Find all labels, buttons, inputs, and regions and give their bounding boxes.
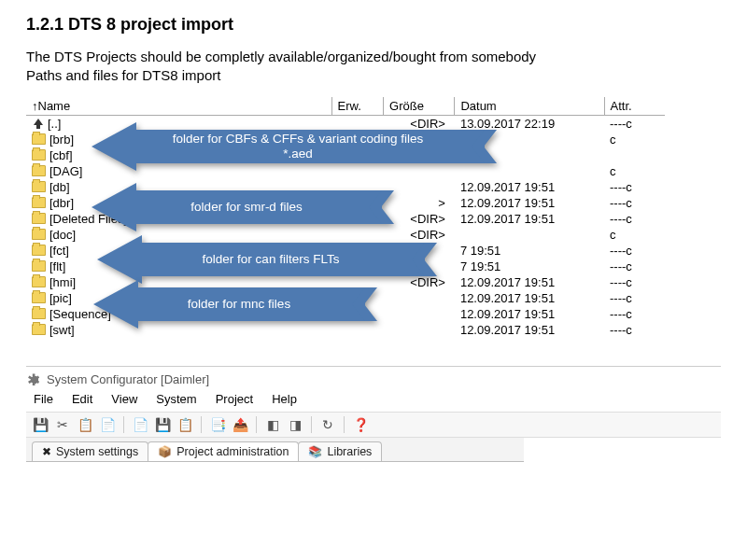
description-line2: Paths and files for DTS8 import xyxy=(26,67,220,83)
tab-icon: ✖ xyxy=(42,445,51,458)
tab-strip: ✖System settings📦Project administration📚… xyxy=(26,438,524,462)
row-date: 7 19:51 xyxy=(455,243,604,259)
row-date: 12.09.2017 19:51 xyxy=(455,274,604,290)
app-title-text: System Configurator [Daimler] xyxy=(47,372,209,386)
callout-arrow: folder for CBFs & CFFs & variant coding … xyxy=(92,122,484,171)
menu-item-file[interactable]: File xyxy=(34,392,53,406)
toolbar-button[interactable]: ❓ xyxy=(350,415,371,434)
tab-system-settings[interactable]: ✖System settings xyxy=(32,441,148,461)
callout-text: folder for smr-d files xyxy=(136,190,357,224)
menu-item-help[interactable]: Help xyxy=(272,392,297,406)
file-listing-wrap: ↑Name Erw. Größe Datum Attr. [..]<DIR>13… xyxy=(26,97,721,338)
folder-icon xyxy=(32,181,46,192)
toolbar-button[interactable]: ↻ xyxy=(317,415,338,434)
row-date: 12.09.2017 19:51 xyxy=(455,195,604,211)
folder-icon xyxy=(32,229,46,240)
row-name: [fct] xyxy=(49,244,69,258)
row-attr: c xyxy=(604,227,665,243)
folder-icon xyxy=(32,213,46,224)
row-size xyxy=(384,306,455,322)
col-name[interactable]: ↑Name xyxy=(26,97,331,116)
row-name: [pic] xyxy=(49,291,72,305)
gear-icon xyxy=(28,373,41,386)
folder-icon xyxy=(32,197,46,208)
row-date: 12.09.2017 19:51 xyxy=(455,211,604,227)
row-attr: c xyxy=(604,163,665,179)
menu-item-project[interactable]: Project xyxy=(216,392,253,406)
toolbar-separator xyxy=(311,416,312,433)
row-name: [doc] xyxy=(49,228,76,242)
toolbar-button[interactable]: 📄 xyxy=(130,415,150,434)
row-date: 12.09.2017 19:51 xyxy=(455,290,604,306)
row-date: 12.09.2017 19:51 xyxy=(455,322,604,338)
toolbar-button[interactable]: ◧ xyxy=(262,415,283,434)
menu-item-edit[interactable]: Edit xyxy=(72,392,92,406)
tab-label: System settings xyxy=(56,445,138,458)
row-name: [dbr] xyxy=(49,196,74,210)
app-window: System Configurator [Daimler] FileEditVi… xyxy=(26,366,721,462)
row-name: [..] xyxy=(48,117,61,131)
row-attr: ----c xyxy=(604,306,665,322)
row-attr: ----c xyxy=(604,259,665,274)
row-attr: ----c xyxy=(604,211,665,227)
row-date: 7 19:51 xyxy=(455,259,604,274)
row-attr: ----c xyxy=(604,274,665,290)
toolbar-button[interactable]: 💾 xyxy=(30,415,50,434)
menu-item-system[interactable]: System xyxy=(156,392,196,406)
callout-arrow: folder for smr-d files xyxy=(92,183,381,231)
row-attr xyxy=(604,147,665,163)
row-attr: ----c xyxy=(604,179,665,195)
menubar: FileEditViewSystemProjectHelp xyxy=(26,390,721,412)
up-arrow-icon xyxy=(32,119,44,129)
row-date: 12.09.2017 19:51 xyxy=(455,306,604,322)
row-name: [DAG] xyxy=(49,164,82,178)
col-erw[interactable]: Erw. xyxy=(331,97,383,116)
toolbar-separator xyxy=(256,416,257,433)
toolbar-button[interactable]: 📤 xyxy=(230,415,250,434)
description-line1: The DTS Projects should be completly ava… xyxy=(26,49,536,64)
row-attr: ----c xyxy=(604,116,665,133)
toolbar-separator xyxy=(123,416,124,433)
toolbar-button[interactable]: ✂ xyxy=(52,415,73,434)
toolbar-button[interactable]: 📋 xyxy=(175,415,195,434)
col-groesse[interactable]: Größe xyxy=(384,97,455,116)
app-titlebar: System Configurator [Daimler] xyxy=(26,367,721,390)
col-datum[interactable]: Datum xyxy=(455,97,604,116)
folder-icon xyxy=(32,133,46,145)
folder-icon xyxy=(32,308,46,319)
row-name: [swt] xyxy=(49,323,75,337)
row-attr: ----c xyxy=(604,195,665,211)
toolbar-button[interactable]: 📄 xyxy=(97,415,118,434)
toolbar-button[interactable]: 📑 xyxy=(207,415,228,434)
folder-icon xyxy=(32,324,46,335)
toolbar-button[interactable]: 💾 xyxy=(152,415,173,434)
row-attr: ----c xyxy=(604,243,665,259)
toolbar-button[interactable]: 📋 xyxy=(75,415,95,434)
row-date xyxy=(455,227,604,243)
tab-libraries[interactable]: 📚Libraries xyxy=(298,441,382,461)
toolbar-button[interactable]: ◨ xyxy=(285,415,305,434)
callout-arrow: folder for mnc files xyxy=(93,280,364,329)
row-name: [cbf] xyxy=(49,148,73,162)
row-name: [brb] xyxy=(49,133,74,147)
menu-item-view[interactable]: View xyxy=(111,392,137,406)
folder-icon xyxy=(32,165,46,176)
tab-label: Project administration xyxy=(176,445,289,458)
callout-text: folder for mnc files xyxy=(138,287,340,321)
toolbar-separator xyxy=(201,416,202,433)
tab-project-administration[interactable]: 📦Project administration xyxy=(148,441,299,461)
folder-icon xyxy=(32,276,46,287)
tab-label: Libraries xyxy=(327,445,372,458)
col-attr[interactable]: Attr. xyxy=(604,97,665,116)
tab-icon: 📦 xyxy=(158,445,172,458)
folder-icon xyxy=(32,292,46,303)
row-attr: c xyxy=(604,132,665,147)
toolbar: 💾✂📋📄📄💾📋📑📤◧◨↻❓ xyxy=(26,412,721,438)
folder-icon xyxy=(32,149,46,161)
callout-text: folder for CBFs & CFFs & variant coding … xyxy=(136,130,459,163)
callout-text: folder for can filters FLTs xyxy=(142,243,400,276)
row-attr: ----c xyxy=(604,290,665,306)
row-date: 12.09.2017 19:51 xyxy=(455,179,604,195)
row-name: [hmi] xyxy=(49,275,76,289)
row-size xyxy=(384,322,455,338)
